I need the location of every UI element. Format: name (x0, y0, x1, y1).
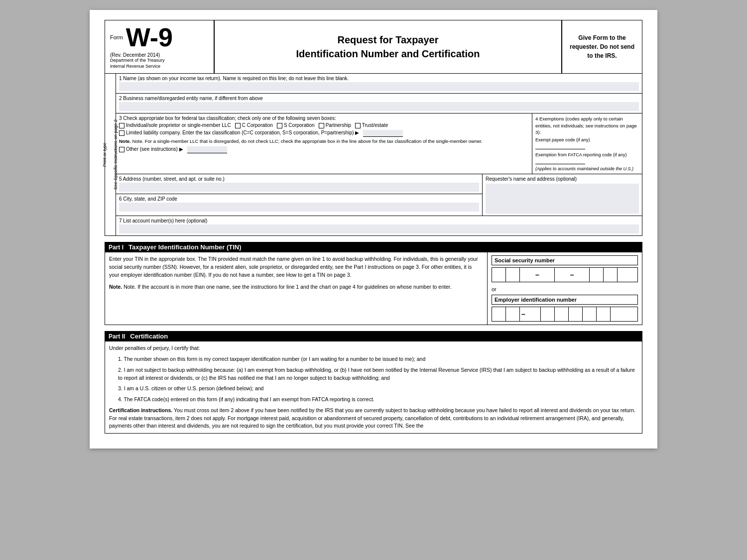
cert-item-1-num: 1. (118, 356, 123, 362)
ssn-cell-3[interactable] (520, 268, 534, 282)
llc-note-text: Note. For a single-member LLC that is di… (132, 138, 482, 144)
field7-input[interactable] (119, 224, 639, 233)
part1-header: Part I Taxpayer Identification Number (T… (105, 242, 642, 252)
ssn-group1 (492, 268, 534, 282)
ssn-cell-7[interactable] (590, 268, 604, 282)
cert-item-3-text: I am a U.S. citizen or other U.S. person… (124, 385, 264, 391)
cert-item-2: 2. I am not subject to backup withholdin… (109, 366, 638, 382)
cb-trust-box[interactable] (355, 123, 361, 128)
row3-wrapper: 3 Check appropriate box for federal tax … (116, 113, 642, 174)
ssn-cell-2[interactable] (506, 268, 520, 282)
cb-other: Other (see instructions) ▶ (119, 146, 183, 152)
field6-input[interactable] (119, 203, 479, 212)
part1-desc-text: Enter your TIN in the appropriate box. T… (109, 255, 483, 279)
cb-scorp: S Corporation (277, 122, 315, 128)
field1-row: 1 Name (as shown on your income tax retu… (116, 74, 642, 94)
ein-cell-2[interactable] (506, 307, 520, 321)
form-w9: W-9 (126, 24, 173, 50)
field7-row: 7 List account number(s) here (optional) (116, 216, 642, 235)
ssn-cell-6[interactable] (576, 268, 590, 282)
fatca-input[interactable] (535, 158, 585, 164)
part2-title: Certification (130, 333, 168, 340)
llc-note: Note. Note. For a single-member LLC that… (119, 138, 529, 144)
ssn-cell-5[interactable] (555, 268, 569, 282)
ssn-boxes: – – (492, 267, 638, 282)
cb-other-label: Other (see instructions) ▶ (126, 146, 183, 152)
requester-input[interactable] (486, 184, 639, 214)
header-left: Form W-9 (Rev. December 2014) Department… (105, 20, 215, 73)
ein-cell-7[interactable] (583, 307, 597, 321)
part2-header: Part II Certification (105, 331, 642, 341)
ein-section: Employer identification number – (492, 295, 638, 322)
cb-trust: Trust/estate (355, 122, 388, 128)
field2-input[interactable] (119, 102, 639, 111)
other-input[interactable] (187, 146, 227, 153)
form-body: Print or type See Specific Instructions … (105, 74, 642, 236)
side-label-text: Print or type See Specific Instructions … (102, 119, 118, 190)
cb-partnership: Partnership (319, 122, 351, 128)
field1-input[interactable] (119, 82, 639, 91)
cb-individual-box[interactable] (119, 123, 124, 128)
ssn-cell-9[interactable] (618, 268, 631, 282)
cert-item-1-text: The number shown on this form is my corr… (124, 356, 426, 362)
ein-cell-6[interactable] (569, 307, 583, 321)
field5-label: 5 Address (number, street, and apt. or s… (119, 176, 479, 182)
cb-individual: Individual/sole proprietor or single-mem… (119, 122, 231, 128)
part1-note-text: Note. If the account is in more than one… (124, 284, 451, 290)
part1-note-bold: Note. (109, 284, 122, 290)
ein-boxes: – (492, 307, 638, 322)
cb-partnership-box[interactable] (319, 123, 324, 128)
cb-other-box[interactable] (119, 147, 124, 152)
row56-left: 5 Address (number, street, and apt. or s… (116, 174, 483, 216)
ein-cell-5[interactable] (555, 307, 569, 321)
requester-area: Requester's name and address (optional) (483, 174, 642, 216)
cb-llc-box[interactable] (119, 130, 124, 136)
ein-cell-9[interactable] (611, 307, 624, 321)
llc-classification-input[interactable] (363, 130, 403, 137)
ssn-cell-8[interactable] (604, 268, 618, 282)
checkbox-row-1: Individual/sole proprietor or single-mem… (119, 122, 529, 128)
field2-label: 2 Business name/disregarded entity name,… (119, 96, 639, 101)
cb-llc-label: Limited liability company. Enter the tax… (126, 130, 359, 135)
ssn-group2 (541, 268, 569, 282)
cert-item-2-text: I am not subject to backup withholding b… (118, 367, 635, 381)
field2-row: 2 Business name/disregarded entity name,… (116, 94, 642, 113)
ein-cell-8[interactable] (597, 307, 611, 321)
ein-dash: – (520, 310, 527, 318)
ein-label: Employer identification number (492, 295, 638, 305)
cert-list: 1. The number shown on this form is my c… (109, 355, 638, 404)
ssn-cell-1[interactable] (492, 268, 506, 282)
cert-item-4: 4. The FATCA code(s) entered on this for… (109, 396, 638, 404)
cert-instructions-bold: Certification instructions. (109, 407, 172, 413)
cert-instructions: Certification instructions. You must cro… (109, 407, 638, 430)
field7-label: 7 List account number(s) here (optional) (119, 218, 639, 224)
row5: 5 Address (number, street, and apt. or s… (116, 174, 482, 194)
cb-trust-label: Trust/estate (362, 122, 388, 128)
ein-cell-3[interactable] (527, 307, 541, 321)
exempt-payee-input[interactable] (535, 143, 585, 149)
part2-body: Under penalties of perjury, I certify th… (105, 341, 642, 434)
ssn-group3 (576, 268, 631, 282)
exempt-payee-row: Exempt payee code (if any) (535, 137, 639, 149)
ssn-cell-4[interactable] (541, 268, 555, 282)
cert-item-2-num: 2. (118, 367, 123, 373)
exempt-payee-label: Exempt payee code (if any) (535, 137, 590, 142)
ein-cell-4[interactable] (541, 307, 555, 321)
cert-item-1: 1. The number shown on this form is my c… (109, 355, 638, 363)
cb-scorp-box[interactable] (277, 123, 282, 128)
field1-label: 1 Name (as shown on your income tax retu… (119, 76, 639, 81)
part1-description: Enter your TIN in the appropriate box. T… (105, 252, 488, 325)
part1-title: Taxpayer Identification Number (TIN) (128, 243, 242, 251)
cb-individual-label: Individual/sole proprietor or single-mem… (126, 122, 231, 128)
cb-partnership-label: Partnership (326, 122, 351, 128)
part2-label: Part II (109, 333, 125, 340)
ssn-dash-2: – (569, 271, 576, 279)
header-rev: (Rev. December 2014) (110, 52, 209, 58)
row3-right: 4 Exemptions (codes apply only to certai… (532, 113, 642, 174)
field5-input[interactable] (119, 183, 479, 192)
field6-label: 6 City, state, and ZIP code (119, 196, 479, 202)
ein-cell-1[interactable] (492, 307, 506, 321)
exemptions-header: 4 Exemptions (codes apply only to certai… (535, 115, 639, 135)
cb-ccorp-box[interactable] (235, 123, 241, 128)
fatca-label: Exemption from FATCA reporting code (if … (535, 152, 626, 157)
